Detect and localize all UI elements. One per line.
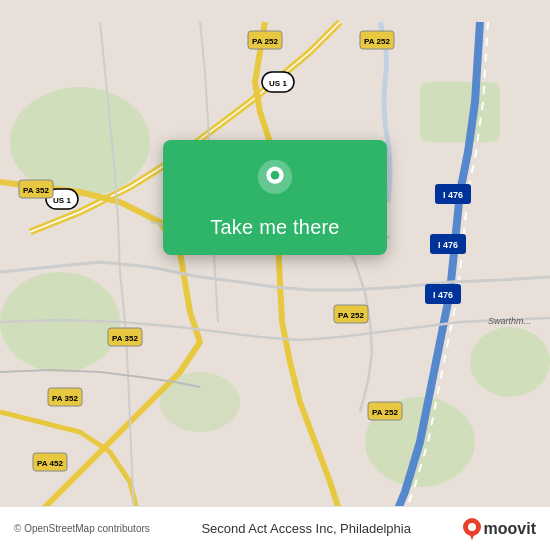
moovit-pin-icon bbox=[463, 518, 481, 540]
svg-rect-5 bbox=[420, 82, 500, 142]
svg-text:US 1: US 1 bbox=[53, 196, 71, 205]
bottom-bar: © OpenStreetMap contributors Second Act … bbox=[0, 506, 550, 550]
svg-text:US 1: US 1 bbox=[269, 79, 287, 88]
location-name: Second Act Access Inc, Philadelphia bbox=[158, 521, 455, 536]
location-pin-icon bbox=[251, 158, 299, 206]
map-container: I 476 I 476 I 476 US 1 US 1 PA 252 PA 25… bbox=[0, 0, 550, 550]
svg-text:I 476: I 476 bbox=[433, 290, 453, 300]
svg-text:PA 352: PA 352 bbox=[112, 334, 138, 343]
svg-text:I 476: I 476 bbox=[443, 190, 463, 200]
take-me-there-button[interactable]: Take me there bbox=[210, 216, 339, 239]
svg-text:I 476: I 476 bbox=[438, 240, 458, 250]
svg-point-36 bbox=[271, 171, 280, 180]
svg-point-4 bbox=[470, 327, 550, 397]
copyright-text: © OpenStreetMap contributors bbox=[14, 523, 150, 534]
svg-text:PA 452: PA 452 bbox=[37, 459, 63, 468]
svg-point-39 bbox=[468, 523, 476, 531]
svg-text:PA 252: PA 252 bbox=[372, 408, 398, 417]
moovit-brand-text: moovit bbox=[484, 520, 536, 538]
svg-text:PA 252: PA 252 bbox=[338, 311, 364, 320]
location-card: Take me there bbox=[163, 140, 387, 255]
svg-text:PA 352: PA 352 bbox=[23, 186, 49, 195]
svg-text:PA 252: PA 252 bbox=[252, 37, 278, 46]
moovit-logo: moovit bbox=[463, 518, 536, 540]
svg-text:Swarthm...: Swarthm... bbox=[488, 316, 531, 326]
svg-text:PA 252: PA 252 bbox=[364, 37, 390, 46]
svg-text:PA 352: PA 352 bbox=[52, 394, 78, 403]
map-svg: I 476 I 476 I 476 US 1 US 1 PA 252 PA 25… bbox=[0, 0, 550, 550]
